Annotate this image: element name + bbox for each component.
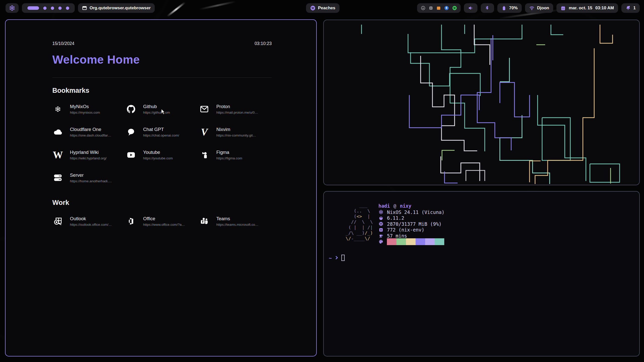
- spotify-icon: [310, 5, 315, 11]
- work-grid: Outlookhttps://outlook.office.com/…Offic…: [52, 216, 272, 227]
- palette-swatch-4: [416, 238, 425, 245]
- fetch-host: nixy: [400, 203, 411, 209]
- prompt-cwd: ~: [329, 255, 332, 261]
- bookmark-chat-gpt[interactable]: Chat GPThttps://chat.openai.com/: [126, 126, 199, 138]
- mouse-cursor: [160, 109, 166, 115]
- battery-indicator[interactable]: 70%: [497, 3, 522, 13]
- network-ssid: Djoon: [537, 6, 549, 11]
- memory-entry-value: 2870/31377 MiB (9%): [387, 221, 441, 227]
- bookmark-cloudflare-one[interactable]: Cloudflare Onehttps://one.dash.cloudflar…: [52, 126, 126, 138]
- pipes-screensaver: [324, 20, 639, 185]
- office-icon: [126, 216, 137, 227]
- bookmark-server[interactable]: Serverhttps://home.anotherhadi.…: [52, 172, 126, 183]
- nix-icon: [378, 210, 383, 214]
- bookmark-url: https://outlook.office.com/…: [70, 223, 112, 227]
- bluetooth-tray-icon[interactable]: [444, 6, 449, 11]
- fetch-user: hadi: [378, 203, 390, 209]
- window-title-label: Org.qutebrowser.qutebrowser: [90, 6, 151, 11]
- bookmark-outlook[interactable]: Outlookhttps://outlook.office.com/…: [52, 216, 126, 227]
- cast-tray-icon[interactable]: [421, 6, 426, 11]
- cloud-icon: [52, 126, 63, 138]
- os-entry-value: NixOS 24.11 (Vicuna): [387, 209, 445, 215]
- startpage-header: 15/10/2024 03:10:23: [52, 41, 272, 46]
- startpage-clock: 03:10:23: [255, 41, 272, 46]
- bookmark-url: https://github.com: [143, 111, 170, 114]
- battery-percent: 70%: [509, 6, 518, 11]
- bookmark-hyprland-wiki[interactable]: WHyprland Wikihttps://wiki.hyprland.org/: [52, 149, 126, 160]
- network-indicator[interactable]: Djoon: [525, 3, 553, 13]
- workspace-5[interactable]: [66, 7, 69, 10]
- bookmark-office[interactable]: Officehttps://www.office.com/?a…: [126, 216, 199, 227]
- workspace-4[interactable]: [58, 7, 62, 10]
- wifi-icon: [529, 5, 535, 11]
- bookmark-title: Server: [70, 172, 112, 178]
- bar-left-cluster: Org.qutebrowser.qutebrowser: [6, 3, 155, 13]
- startpage-date: 15/10/2024: [52, 41, 74, 46]
- user-host-line: hadi@nixy: [378, 203, 445, 209]
- bookmark-youtube[interactable]: Youtubehttps://youtube.com: [126, 149, 199, 160]
- bookmark-proton[interactable]: Protonhttps://mail.proton.me/u/0…: [199, 104, 272, 115]
- bookmark-title: Teams: [216, 216, 258, 221]
- uptime-entry-value: 57 mins: [387, 233, 407, 239]
- volume-button[interactable]: [464, 3, 477, 13]
- top-bar: Org.qutebrowser.qutebrowser Peaches 70% …: [6, 3, 640, 13]
- bookmark-title: Chat GPT: [143, 127, 179, 132]
- palette-swatch-2: [396, 238, 406, 245]
- bookmark-url: https://figma.com: [216, 156, 242, 160]
- bookmark-teams[interactable]: Teamshttps://teams.microsoft.co…: [199, 216, 272, 227]
- window-icon: [82, 6, 87, 11]
- folder-tray-icon[interactable]: [436, 6, 441, 11]
- media-player-pill[interactable]: Peaches: [306, 3, 339, 13]
- divider: [52, 77, 272, 78]
- bookmark-mynixos[interactable]: MyNixOshttps://mynixos.com: [52, 104, 126, 115]
- bookmark-title: Proton: [216, 104, 258, 109]
- fastfetch-output: ___ (.. \ (<> | // \ \ ( | | /| _/\ __)/…: [343, 203, 639, 245]
- battery-icon: [501, 6, 507, 11]
- bluetooth-button[interactable]: [481, 3, 494, 13]
- chat-icon: [126, 126, 137, 138]
- workspace-1-active[interactable]: [27, 6, 39, 10]
- figma-icon: [199, 149, 210, 160]
- workspace-2[interactable]: [43, 7, 47, 10]
- tux-ascii-art: ___ (.. \ (<> | // \ \ ( | | /| _/\ __)/…: [343, 203, 373, 245]
- nixos-launcher-button[interactable]: [6, 3, 19, 13]
- bookmark-title: MyNixOs: [70, 104, 100, 109]
- os-entry: NixOS 24.11 (Vicuna): [378, 209, 445, 215]
- bookmark-url: https://mynixos.com: [70, 111, 100, 114]
- qutebrowser-window[interactable]: 15/10/2024 03:10:23 Welcome Home Bookmar…: [5, 19, 317, 356]
- bookmark-nixvim[interactable]: VNixvimhttps://nix-community.git…: [199, 126, 272, 138]
- shell-prompt[interactable]: ~: [329, 255, 639, 261]
- bookmark-title: Github: [143, 104, 170, 109]
- pipes-terminal-window[interactable]: [323, 20, 640, 185]
- active-window-title-pill: Org.qutebrowser.qutebrowser: [78, 3, 155, 13]
- bookmark-title: Outlook: [70, 216, 112, 221]
- workspace-indicator[interactable]: [22, 3, 75, 13]
- bookmark-url: https://wiki.hyprland.org/: [70, 156, 107, 160]
- terminal-cursor: [341, 255, 345, 261]
- kernel-entry: 6.11.2: [378, 215, 445, 221]
- fetch-at: @: [393, 203, 396, 209]
- bookmark-title: Office: [143, 216, 185, 221]
- bookmark-url: https://youtube.com: [143, 156, 173, 160]
- memory-entry: 2870/31377 MiB (9%): [378, 221, 445, 227]
- server-icon: [52, 172, 63, 183]
- spotify-tray-icon[interactable]: [452, 6, 457, 11]
- palette-swatch-1: [387, 238, 396, 245]
- notifications-pill[interactable]: 1: [621, 3, 640, 13]
- clock-pill[interactable]: mar. oct. 15 03:10 AM: [556, 3, 618, 13]
- bookmarks-grid: MyNixOshttps://mynixos.comGithubhttps://…: [52, 104, 272, 183]
- kernel-entry-value: 6.11.2: [387, 215, 404, 221]
- wikipedia-icon: W: [52, 149, 63, 160]
- palette-swatch-5: [425, 238, 435, 245]
- bell-icon: [625, 5, 631, 11]
- bookmark-figma[interactable]: Figmahttps://figma.com: [199, 149, 272, 160]
- bookmark-title: Cloudflare One: [70, 127, 111, 132]
- packages-entry-value: 772 (nix-env): [387, 227, 424, 233]
- fastfetch-terminal-window[interactable]: ___ (.. \ (<> | // \ \ ( | | /| _/\ __)/…: [323, 191, 640, 356]
- workspace-3[interactable]: [51, 7, 54, 10]
- bookmark-url: https://teams.microsoft.co…: [216, 223, 258, 227]
- memory-icon: [378, 221, 383, 226]
- terminal-color-palette: [387, 238, 444, 245]
- vault-tray-icon[interactable]: [429, 6, 433, 10]
- bookmark-title: Hyprland Wiki: [70, 150, 107, 155]
